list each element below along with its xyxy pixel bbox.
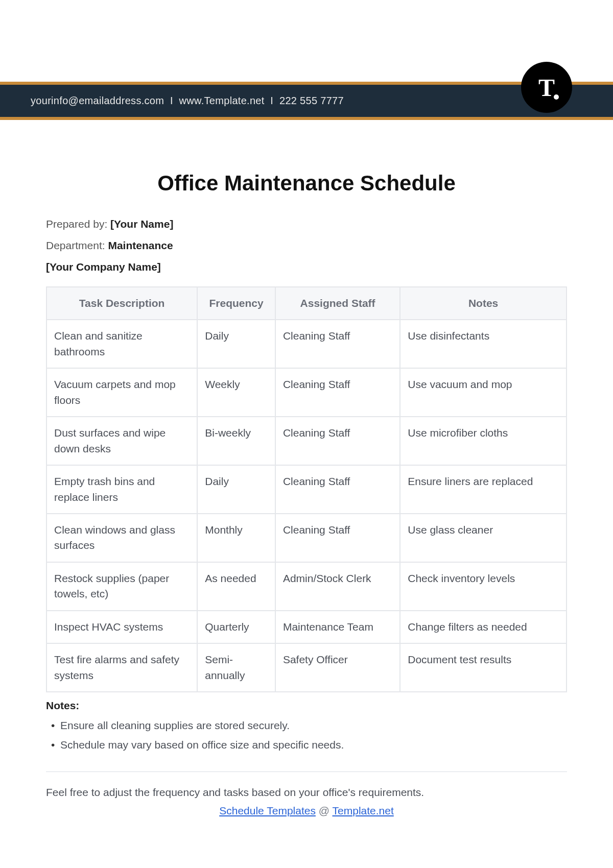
brand-logo-letter: T — [538, 74, 555, 102]
cell-notes: Change filters as needed — [400, 611, 567, 643]
header-phone: 222 555 7777 — [279, 95, 344, 106]
footer-link-schedule-templates[interactable]: Schedule Templates — [219, 805, 316, 816]
notes-list-item: Schedule may vary based on office size a… — [49, 736, 567, 754]
cell-frequency: Quarterly — [197, 611, 275, 643]
brand-logo-badge: T — [521, 62, 572, 113]
prepared-by-value: [Your Name] — [110, 218, 173, 230]
prepared-by-label: Prepared by: — [46, 218, 110, 230]
page-title: Office Maintenance Schedule — [46, 171, 567, 196]
notes-list-item: Ensure all cleaning supplies are stored … — [49, 717, 567, 734]
table-row: Dust surfaces and wipe down desksBi-week… — [46, 417, 567, 465]
col-header-task: Task Description — [46, 287, 197, 320]
table-row: Empty trash bins and replace linersDaily… — [46, 465, 567, 514]
col-header-frequency: Frequency — [197, 287, 275, 320]
cell-staff: Cleaning Staff — [275, 368, 400, 417]
cell-task: Vacuum carpets and mop floors — [46, 368, 197, 417]
table-header-row: Task Description Frequency Assigned Staf… — [46, 287, 567, 320]
header-contact-line: yourinfo@emailaddress.com I www.Template… — [31, 95, 582, 107]
footer-disclaimer: Feel free to adjust the frequency and ta… — [46, 786, 567, 799]
cell-notes: Use microfiber cloths — [400, 417, 567, 465]
department-label: Department: — [46, 239, 108, 251]
cell-task: Restock supplies (paper towels, etc) — [46, 562, 197, 611]
cell-task: Empty trash bins and replace liners — [46, 465, 197, 514]
cell-frequency: As needed — [197, 562, 275, 611]
footer-link-line: Schedule Templates @ Template.net — [46, 805, 567, 817]
notes-list: Ensure all cleaning supplies are stored … — [46, 717, 567, 753]
cell-frequency: Weekly — [197, 368, 275, 417]
table-row: Test fire alarms and safety systemsSemi-… — [46, 643, 567, 692]
cell-notes: Check inventory levels — [400, 562, 567, 611]
department-value: Maintenance — [108, 239, 173, 251]
cell-task: Inspect HVAC systems — [46, 611, 197, 643]
notes-heading: Notes: — [46, 700, 567, 712]
cell-notes: Document test results — [400, 643, 567, 692]
department-line: Department: Maintenance — [46, 239, 567, 252]
cell-frequency: Semi-annually — [197, 643, 275, 692]
separator: I — [268, 95, 279, 106]
cell-staff: Cleaning Staff — [275, 465, 400, 514]
cell-staff: Safety Officer — [275, 643, 400, 692]
maintenance-schedule-table: Task Description Frequency Assigned Staf… — [46, 286, 567, 692]
cell-task: Clean and sanitize bathrooms — [46, 320, 197, 368]
table-row: Vacuum carpets and mop floorsWeeklyClean… — [46, 368, 567, 417]
cell-staff: Maintenance Team — [275, 611, 400, 643]
cell-staff: Cleaning Staff — [275, 514, 400, 562]
separator: I — [167, 95, 179, 106]
footer-link-separator: @ — [316, 805, 333, 816]
company-name-placeholder: [Your Company Name] — [46, 261, 567, 273]
divider — [46, 771, 567, 772]
col-header-notes: Notes — [400, 287, 567, 320]
prepared-by-line: Prepared by: [Your Name] — [46, 218, 567, 230]
cell-staff: Cleaning Staff — [275, 320, 400, 368]
cell-notes: Use vacuum and mop — [400, 368, 567, 417]
cell-staff: Cleaning Staff — [275, 417, 400, 465]
cell-frequency: Bi-weekly — [197, 417, 275, 465]
cell-notes: Use disinfectants — [400, 320, 567, 368]
cell-notes: Use glass cleaner — [400, 514, 567, 562]
col-header-staff: Assigned Staff — [275, 287, 400, 320]
cell-task: Test fire alarms and safety systems — [46, 643, 197, 692]
table-row: Clean windows and glass surfacesMonthlyC… — [46, 514, 567, 562]
header-band: yourinfo@emailaddress.com I www.Template… — [0, 82, 613, 120]
brand-logo-dot-icon — [554, 94, 559, 100]
cell-frequency: Monthly — [197, 514, 275, 562]
cell-notes: Ensure liners are replaced — [400, 465, 567, 514]
cell-frequency: Daily — [197, 465, 275, 514]
cell-staff: Admin/Stock Clerk — [275, 562, 400, 611]
cell-task: Dust surfaces and wipe down desks — [46, 417, 197, 465]
cell-task: Clean windows and glass surfaces — [46, 514, 197, 562]
table-row: Restock supplies (paper towels, etc)As n… — [46, 562, 567, 611]
table-row: Inspect HVAC systemsQuarterlyMaintenance… — [46, 611, 567, 643]
header-email: yourinfo@emailaddress.com — [31, 95, 164, 106]
cell-frequency: Daily — [197, 320, 275, 368]
header-website: www.Template.net — [179, 95, 265, 106]
table-row: Clean and sanitize bathroomsDailyCleanin… — [46, 320, 567, 368]
footer-link-template-net[interactable]: Template.net — [333, 805, 394, 816]
